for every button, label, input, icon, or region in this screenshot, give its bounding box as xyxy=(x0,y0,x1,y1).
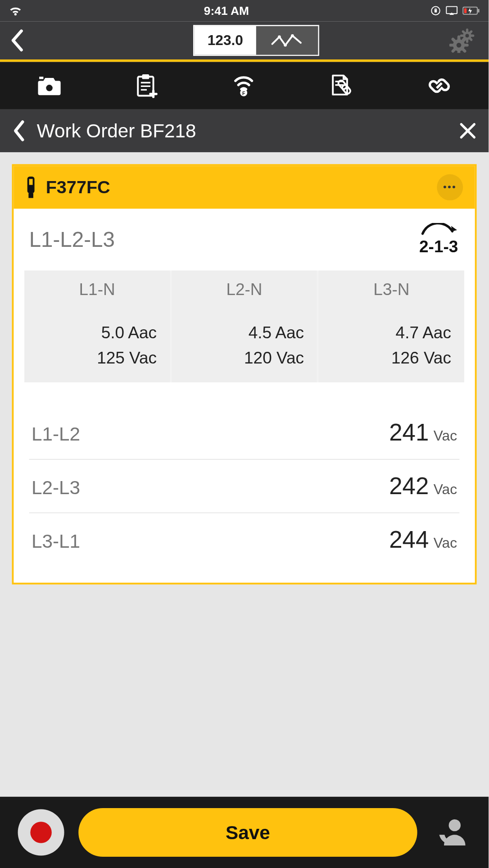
reading-label: L1-L2 xyxy=(32,423,80,445)
table-cell: 4.5 Aac 120 Vac xyxy=(172,309,317,382)
table-cell: 4.7 Aac 126 Vac xyxy=(319,309,464,382)
svg-point-7 xyxy=(278,36,281,39)
reading-value: 241 xyxy=(389,419,429,445)
reading-label: L3-L1 xyxy=(32,530,80,552)
reading-value: 242 xyxy=(389,473,429,499)
svg-point-11 xyxy=(466,34,469,37)
line-line-readings: L1-L2 241Vac L2-L3 242Vac L3-L1 244Vac xyxy=(24,406,464,572)
save-button[interactable]: Save xyxy=(78,808,417,857)
svg-point-8 xyxy=(284,44,287,47)
phase-rotation-text: 2-1-3 xyxy=(419,237,458,256)
svg-rect-18 xyxy=(142,74,149,79)
svg-point-9 xyxy=(291,34,294,37)
meter-icon xyxy=(26,175,36,199)
breadcrumb: Work Order BF218 xyxy=(0,109,489,152)
mode-graph[interactable] xyxy=(256,26,318,55)
svg-rect-6 xyxy=(464,8,466,13)
svg-rect-16 xyxy=(39,77,43,79)
reading-unit: Vac xyxy=(434,427,457,444)
reading-label: L2-L3 xyxy=(32,477,80,499)
clipboard-add-icon[interactable] xyxy=(135,73,158,98)
orientation-lock-icon xyxy=(430,5,441,16)
volts-value: 126 Vac xyxy=(332,345,451,370)
bottom-bar: Save xyxy=(0,797,489,868)
close-button[interactable] xyxy=(459,122,477,140)
svg-rect-28 xyxy=(29,179,33,185)
col-header: L1-N xyxy=(24,271,170,309)
content-area: F377FC ••• L1-L2-L3 2-1-3 L1-N L2-N L3-N xyxy=(0,152,489,797)
svg-text:F: F xyxy=(242,91,245,96)
wireless-tool-icon[interactable]: F xyxy=(231,74,257,98)
volts-value: 120 Vac xyxy=(185,345,304,370)
save-button-label: Save xyxy=(226,822,270,844)
reading-row: L2-L3 242Vac xyxy=(29,459,460,513)
status-bar: 9:41 AM xyxy=(0,0,489,22)
svg-point-30 xyxy=(449,819,461,831)
reading-value: 244 xyxy=(389,526,429,552)
table-cell: 5.0 Aac 125 Vac xyxy=(24,309,170,382)
breadcrumb-back-button[interactable] xyxy=(12,119,25,142)
mode-numeric[interactable]: 123.0 xyxy=(195,26,256,55)
amps-value: 4.7 Aac xyxy=(332,320,451,345)
svg-rect-5 xyxy=(478,9,479,13)
record-button[interactable] xyxy=(18,809,64,856)
svg-point-13 xyxy=(457,43,462,48)
airplay-icon xyxy=(446,6,457,15)
col-header: L3-N xyxy=(319,271,464,309)
phase-label: L1-L2-L3 xyxy=(29,227,115,252)
wifi-icon xyxy=(8,5,23,17)
svg-rect-29 xyxy=(28,193,33,198)
device-card-header: F377FC ••• xyxy=(14,166,475,209)
display-mode-toggle[interactable]: 123.0 xyxy=(193,25,319,56)
status-time: 9:41 AM xyxy=(23,4,430,18)
reading-row: L1-L2 241Vac xyxy=(29,406,460,460)
back-button[interactable] xyxy=(9,28,24,52)
record-dot-icon xyxy=(30,822,52,843)
call-contact-button[interactable] xyxy=(431,817,471,848)
camera-icon[interactable] xyxy=(36,75,63,96)
device-name: F377FC xyxy=(46,177,427,197)
amps-value: 5.0 Aac xyxy=(37,320,157,345)
phase-rotation-indicator[interactable]: 2-1-3 xyxy=(418,223,459,256)
battery-low-icon xyxy=(462,6,480,15)
phase-neutral-table: L1-N L2-N L3-N 5.0 Aac 125 Vac 4.5 Aac 1… xyxy=(24,271,464,382)
reading-unit: Vac xyxy=(434,535,457,551)
col-header: L2-N xyxy=(172,271,317,309)
device-card: F377FC ••• L1-L2-L3 2-1-3 L1-N L2-N L3-N xyxy=(12,164,476,584)
top-nav: 123.0 xyxy=(0,22,489,62)
breadcrumb-title: Work Order BF218 xyxy=(37,120,459,142)
document-link-icon[interactable] xyxy=(330,73,353,98)
action-bar: F xyxy=(0,62,489,109)
reading-row: L3-L1 244Vac xyxy=(29,513,460,566)
device-more-button[interactable]: ••• xyxy=(437,174,463,200)
amps-value: 4.5 Aac xyxy=(185,320,304,345)
link-icon[interactable] xyxy=(426,73,452,99)
volts-value: 125 Vac xyxy=(37,345,157,370)
settings-button[interactable] xyxy=(449,28,478,53)
reading-unit: Vac xyxy=(434,481,457,497)
